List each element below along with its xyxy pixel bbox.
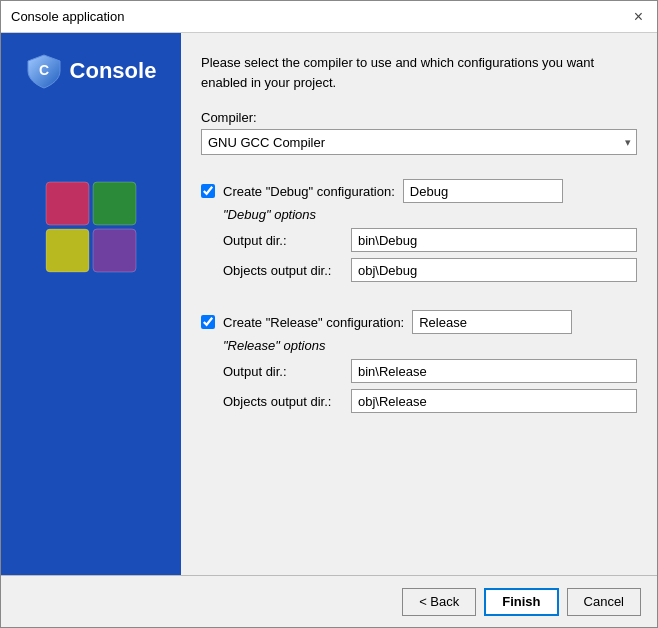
compiler-section: Compiler: GNU GCC Compiler ▾	[201, 110, 637, 155]
release-config-header: Create "Release" configuration:	[201, 310, 637, 334]
console-label: Console	[70, 58, 157, 84]
console-logo: C Console	[26, 53, 157, 280]
debug-options-label: "Debug" options	[223, 207, 637, 222]
cancel-button[interactable]: Cancel	[567, 588, 641, 616]
release-config-label: Create "Release" configuration:	[223, 315, 404, 330]
release-objects-dir-label: Objects output dir.:	[223, 394, 343, 409]
svg-text:C: C	[39, 62, 49, 78]
dialog: Console application × C	[0, 0, 658, 628]
debug-objects-dir-input[interactable]	[351, 258, 637, 282]
compiler-select-wrapper[interactable]: GNU GCC Compiler ▾	[201, 129, 637, 155]
debug-checkbox[interactable]	[201, 184, 215, 198]
debug-name-input[interactable]	[403, 179, 563, 203]
back-button[interactable]: < Back	[402, 588, 476, 616]
intro-text: Please select the compiler to use and wh…	[201, 53, 637, 92]
cube-graphic	[41, 177, 141, 280]
release-output-dir-label: Output dir.:	[223, 364, 343, 379]
right-panel: Please select the compiler to use and wh…	[181, 33, 657, 575]
compiler-label: Compiler:	[201, 110, 637, 125]
debug-config-header: Create "Debug" configuration:	[201, 179, 637, 203]
svg-rect-3	[46, 229, 89, 272]
svg-rect-1	[46, 182, 89, 225]
left-panel: C Console	[1, 33, 181, 575]
release-options-label: "Release" options	[223, 338, 637, 353]
release-config-section: Create "Release" configuration: "Release…	[201, 310, 637, 419]
debug-config-label: Create "Debug" configuration:	[223, 184, 395, 199]
svg-rect-2	[93, 182, 136, 225]
debug-objects-dir-row: Objects output dir.:	[223, 258, 637, 282]
debug-config-section: Create "Debug" configuration: "Debug" op…	[201, 179, 637, 288]
dialog-body: C Console	[1, 33, 657, 575]
finish-button[interactable]: Finish	[484, 588, 558, 616]
shield-icon: C	[26, 53, 62, 89]
release-output-dir-input[interactable]	[351, 359, 637, 383]
compiler-select[interactable]: GNU GCC Compiler	[201, 129, 637, 155]
footer: < Back Finish Cancel	[1, 575, 657, 627]
release-checkbox[interactable]	[201, 315, 215, 329]
release-output-dir-row: Output dir.:	[223, 359, 637, 383]
debug-output-dir-label: Output dir.:	[223, 233, 343, 248]
dialog-title: Console application	[11, 9, 124, 24]
debug-output-dir-input[interactable]	[351, 228, 637, 252]
release-objects-dir-input[interactable]	[351, 389, 637, 413]
debug-output-dir-row: Output dir.:	[223, 228, 637, 252]
svg-rect-4	[93, 229, 136, 272]
release-objects-dir-row: Objects output dir.:	[223, 389, 637, 413]
debug-objects-dir-label: Objects output dir.:	[223, 263, 343, 278]
release-name-input[interactable]	[412, 310, 572, 334]
close-button[interactable]: ×	[630, 9, 647, 25]
cube-svg	[41, 177, 141, 277]
title-bar: Console application ×	[1, 1, 657, 33]
